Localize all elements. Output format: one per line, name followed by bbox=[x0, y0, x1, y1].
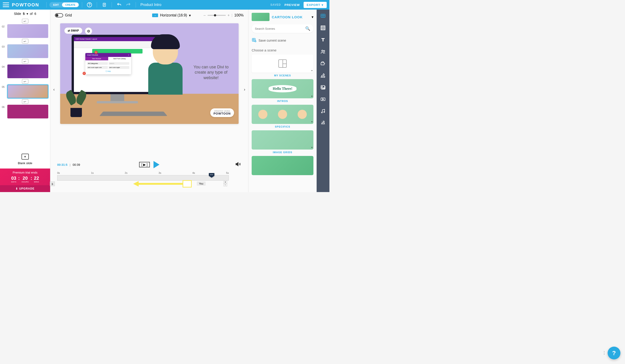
blank-slide-button[interactable]: + bbox=[22, 154, 29, 160]
upgrade-button[interactable]: ⬇ UPGRADE bbox=[0, 185, 50, 192]
zoom-slider[interactable] bbox=[208, 15, 226, 16]
slide-number: 04 bbox=[2, 64, 7, 68]
scene-category-grids[interactable]: ▾ bbox=[252, 130, 313, 150]
aspect-selector[interactable]: ↔ Horizontal (16:9) ▾ bbox=[152, 13, 190, 18]
timeline-mark: 3s bbox=[158, 172, 161, 174]
next-slide-button[interactable]: › bbox=[242, 85, 247, 94]
slides-list: ▸+ 02 ▸+ 03 ▸+ 04 ▸+ 05 ▸+ 06 bbox=[0, 18, 50, 150]
slide-total: 6 bbox=[34, 12, 36, 16]
chevron-down-icon[interactable]: ▾ bbox=[27, 12, 28, 16]
export-button[interactable]: EXPORT ▾ bbox=[304, 2, 327, 8]
save-scene-label: Save current scene bbox=[258, 39, 286, 42]
keyboard bbox=[99, 112, 167, 116]
canvas[interactable]: ⇄ SWAP ⚙ Edit Global Header Layout Inser… bbox=[60, 23, 239, 124]
add-slide-button[interactable]: ▸+ bbox=[22, 39, 28, 43]
add-slide-button[interactable]: ▸+ bbox=[22, 59, 28, 63]
props-tool-icon[interactable] bbox=[320, 60, 326, 67]
logo: POWTOON bbox=[12, 2, 39, 7]
slide-number: 02 bbox=[2, 24, 7, 28]
grid-switch[interactable] bbox=[55, 13, 63, 17]
add-slide-button[interactable]: ▸+ bbox=[22, 79, 28, 84]
modal-help: Help bbox=[108, 70, 111, 72]
scene-category-specifics[interactable]: ▾ bbox=[252, 105, 313, 124]
tool-rail bbox=[317, 10, 329, 192]
gear-button[interactable]: ⚙ bbox=[85, 28, 92, 35]
scene-category-more[interactable] bbox=[252, 156, 313, 175]
shapes-tool-icon[interactable] bbox=[320, 72, 326, 79]
canvas-toolbar: Grid ↔ Horizontal (16:9) ▾ – + | 100% bbox=[50, 10, 248, 21]
slide-item: 03 bbox=[2, 44, 48, 58]
help-icon[interactable] bbox=[87, 2, 92, 7]
save-scene-button[interactable]: Save current scene bbox=[252, 36, 313, 45]
search-input[interactable] bbox=[255, 27, 305, 30]
audio-icon[interactable] bbox=[235, 161, 241, 168]
slide-thumbnail[interactable] bbox=[7, 44, 48, 58]
create-mode-button[interactable]: CREATE bbox=[62, 2, 78, 7]
undo-icon[interactable] bbox=[117, 2, 122, 7]
powtoon-badge: CREATED USING POWTOON bbox=[210, 108, 234, 117]
text-tool-icon[interactable] bbox=[320, 37, 326, 43]
play-button[interactable] bbox=[154, 161, 159, 168]
characters-tool-icon[interactable] bbox=[320, 48, 326, 55]
timeline-track[interactable]: + − bbox=[57, 175, 229, 181]
mins-value: 22 bbox=[34, 176, 39, 181]
chevron-down-icon: ▾ bbox=[311, 95, 312, 97]
chevron-down-icon: ▾ bbox=[189, 13, 191, 18]
timeline-plus-button[interactable]: + bbox=[223, 181, 227, 183]
zoom-out-button[interactable]: – bbox=[204, 13, 206, 17]
timeline-object[interactable] bbox=[183, 180, 192, 187]
add-slide-button[interactable]: ▸+ bbox=[22, 99, 28, 104]
slide-current[interactable]: 5 bbox=[23, 12, 25, 16]
chevron-down-icon[interactable]: ▾ bbox=[312, 15, 313, 19]
slide-thumbnail[interactable] bbox=[7, 24, 48, 38]
divider bbox=[97, 2, 97, 7]
scenes-tool-icon[interactable] bbox=[320, 13, 326, 19]
timeline-you[interactable]: You bbox=[197, 182, 206, 186]
scene-category[interactable]: ▾ bbox=[252, 54, 313, 73]
divider bbox=[82, 2, 82, 7]
sound-tool-icon[interactable] bbox=[320, 108, 326, 114]
redo-icon[interactable] bbox=[125, 2, 131, 7]
canvas-text[interactable]: You can use Divi to create any type of w… bbox=[190, 64, 232, 81]
add-slide-button[interactable]: ▸+ bbox=[22, 19, 28, 23]
specials-tool-icon[interactable] bbox=[320, 120, 326, 126]
look-thumbnail[interactable] bbox=[252, 13, 270, 21]
slide-thumbnail[interactable] bbox=[7, 64, 48, 78]
badge-brand: POWTOON bbox=[214, 112, 231, 115]
look-header: CARTOON LOOK ▾ bbox=[252, 13, 313, 21]
mins-label: MINS bbox=[34, 181, 39, 183]
edit-mode-button[interactable]: EDIT bbox=[50, 2, 62, 7]
chevron-down-icon: ▾ bbox=[311, 69, 312, 72]
character[interactable] bbox=[138, 37, 193, 115]
timeline-minus-button[interactable]: − bbox=[223, 183, 227, 186]
clipboard-icon[interactable] bbox=[102, 2, 107, 7]
slide-of: of bbox=[30, 12, 33, 16]
canvas-wrap: ‹ › ⇄ SWAP ⚙ Edit Global Header Layout bbox=[50, 21, 248, 158]
grid-toggle: Grid bbox=[55, 13, 72, 17]
search-box: 🔍 bbox=[252, 24, 313, 33]
time-display: 00:31:5 | 00:39 bbox=[57, 163, 80, 166]
videos-tool-icon[interactable] bbox=[320, 96, 326, 102]
prev-slide-button[interactable]: ‹ bbox=[51, 85, 57, 94]
timeline-cursor[interactable] bbox=[208, 173, 215, 179]
menu-icon[interactable] bbox=[3, 2, 9, 7]
play-all-button[interactable]: [ ▶ ] bbox=[139, 162, 150, 167]
divider bbox=[136, 2, 136, 7]
category-label: SPECIFICS bbox=[252, 125, 313, 128]
slide-thumbnail[interactable] bbox=[7, 85, 48, 98]
project-title[interactable]: Product Intro bbox=[140, 3, 161, 7]
countdown: 03DAYS : 20HOURS : 22MINS bbox=[2, 176, 48, 183]
images-tool-icon[interactable] bbox=[320, 84, 326, 91]
slide-thumbnail[interactable] bbox=[7, 105, 48, 119]
zoom-controls: – + | 100% bbox=[204, 13, 244, 17]
scene-category-intros[interactable]: Hello There! ▾ bbox=[252, 79, 313, 98]
swap-button[interactable]: ⇄ SWAP bbox=[64, 28, 82, 34]
timeline-six[interactable]: 6 bbox=[50, 182, 55, 186]
zoom-in-button[interactable]: + bbox=[228, 13, 230, 17]
preview-button[interactable]: PREVIEW bbox=[284, 3, 300, 7]
slide-item: 05 bbox=[2, 85, 48, 98]
background-tool-icon[interactable] bbox=[320, 25, 326, 31]
slide-nav-label: Slide bbox=[14, 12, 21, 16]
mode-toggle: EDIT CREATE bbox=[49, 2, 79, 7]
search-icon[interactable]: 🔍 bbox=[305, 26, 310, 31]
